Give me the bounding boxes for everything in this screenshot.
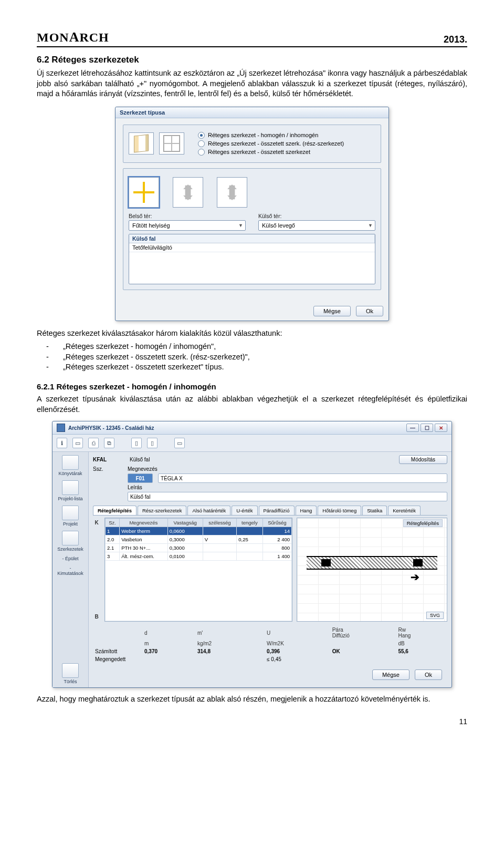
app-sidebar: Könyvtárak Projekt-lista Projekt Szerkez… — [52, 452, 89, 687]
sidebar-item-kimutatasok[interactable]: - Kimutatások — [56, 565, 85, 576]
radio-label: Réteges szerkezet - összetett szerk. (ré… — [208, 140, 344, 147]
radio-homogen[interactable]: Réteges szerkezet - homogén / inhomogén — [198, 132, 375, 139]
row-label: Számított — [93, 647, 142, 655]
paragraph: Réteges szerkezet kiválasztásakor három … — [37, 328, 467, 339]
tab-statika[interactable]: Statika — [362, 506, 387, 515]
arrow-left-icon[interactable]: ▯ — [131, 438, 142, 448]
cell: 0,396 — [265, 647, 330, 655]
orientation-vertical-up[interactable] — [217, 177, 247, 208]
cell: 0,3000 — [167, 544, 203, 552]
radio-osszetett[interactable]: Réteges szerkezet - összetett szerkezet — [198, 149, 375, 156]
label-ssz: Ssz. — [93, 466, 122, 472]
svg-button[interactable]: SVG — [426, 612, 444, 619]
tab-resz-szerkezetek[interactable]: Rész-szerkezetek — [138, 506, 187, 515]
paragraph: Új szerkezet létrehozásához kattintsunk … — [37, 68, 467, 99]
info-icon[interactable]: ℹ — [57, 438, 67, 448]
radio-osszetett-resz[interactable]: Réteges szerkezet - összetett szerk. (ré… — [198, 140, 375, 147]
cell: 800 — [262, 544, 292, 552]
tool-icon[interactable]: ▭ — [174, 438, 185, 448]
tab-paradiffuzio[interactable]: Páradiffúzió — [259, 506, 295, 515]
dropdown-value: Fűtött helyiség — [132, 222, 170, 229]
tab-u-ertek[interactable]: U-érték — [232, 506, 257, 515]
sidebar-item-label: - Épület — [62, 556, 78, 561]
ssz-value[interactable]: F01 — [128, 473, 153, 483]
cell: 2 400 — [262, 535, 292, 544]
flow-arrow-icon: ➔ — [411, 571, 419, 583]
orientation-horizontal[interactable] — [129, 177, 159, 208]
tab-hang[interactable]: Hang — [296, 506, 317, 515]
tab-also-hatarertek[interactable]: Alsó határérték — [187, 506, 230, 515]
app-icon — [57, 424, 65, 432]
dropdown-belso-ter[interactable]: Fűtött helyiség ▼ — [129, 220, 246, 231]
table-row[interactable]: 2.0 Vasbeton 0,3000 V 0,25 2 400 — [106, 535, 292, 544]
layer-table[interactable]: Sz. Megnevezés Vastagság szélesség tenge… — [104, 518, 292, 622]
dropdown-value: Külső levegő — [262, 222, 295, 229]
ok-button[interactable]: Ok — [415, 669, 442, 680]
doc-year: 2013. — [444, 34, 467, 45]
sidebar-item-szerkezetek[interactable]: Szerkezetek — [56, 531, 85, 552]
unit: W/m2K — [265, 640, 330, 647]
cell: 314,8 — [195, 647, 252, 655]
cell: 3 — [106, 552, 120, 561]
copy-icon[interactable]: ⧉ — [104, 438, 114, 448]
structure-type-list[interactable]: Külső fal Tetőfelülvilágító — [129, 234, 375, 284]
maximize-button[interactable]: ☐ — [421, 424, 433, 432]
col-tengely: tengely — [237, 519, 262, 527]
cell: 2.1 — [106, 544, 120, 552]
table-row[interactable]: 1 Weber therm 0,0600 14 — [106, 527, 292, 535]
col: m' — [195, 626, 252, 640]
modositas-button[interactable]: Módosítás — [399, 455, 447, 464]
dropdown-kulso-ter[interactable]: Külső levegő ▼ — [258, 220, 375, 231]
print-icon[interactable]: ⎙ — [88, 438, 99, 448]
sidebar-item-epulet[interactable]: - Épület — [56, 556, 85, 561]
unit: dB — [396, 640, 447, 647]
sidebar-item-projekt-lista[interactable]: Projekt-lista — [56, 480, 85, 501]
col-megnevezes: Megnevezés — [120, 519, 167, 527]
col-szelesseg: szélesség — [203, 519, 237, 527]
sidebar-item-projekt[interactable]: Projekt — [56, 506, 85, 527]
thumb-grid-icon[interactable] — [159, 132, 184, 154]
tab-retegfelepites[interactable]: Rétegfelépítés — [93, 506, 136, 515]
chevron-down-icon: ▼ — [238, 223, 243, 228]
cell: Ált. mész-cem. — [120, 552, 167, 561]
table-row[interactable]: 3 Ált. mész-cem. 0,0100 1 400 — [106, 552, 292, 561]
list-item[interactable]: Tetőfelülvilágító — [129, 243, 375, 252]
megnevezes-input[interactable]: TÉGLA X — [158, 473, 447, 483]
thumb-wall-icon[interactable] — [129, 132, 154, 154]
sidebar-item-label: Projekt-lista — [58, 496, 82, 501]
arrow-right-icon[interactable]: ▯ — [147, 438, 158, 448]
cell — [203, 552, 237, 561]
cell: 0,25 — [237, 535, 262, 544]
cell: 0,0100 — [167, 552, 203, 561]
cell: Weber therm — [120, 527, 167, 535]
cancel-button[interactable]: Mégse — [313, 306, 351, 316]
col-sz: Sz. — [106, 519, 120, 527]
ok-button[interactable]: Ok — [356, 306, 383, 316]
tab-hotarolo[interactable]: Hőtároló tömeg — [318, 506, 361, 515]
folder-open-icon[interactable]: ▭ — [72, 438, 83, 448]
close-button[interactable]: ✕ — [435, 424, 447, 432]
minimize-button[interactable]: — — [406, 424, 419, 432]
sidebar-item-torles[interactable]: Törlés — [56, 663, 85, 684]
sidebar-item-label: Törlés — [64, 679, 77, 684]
tab-keretertek[interactable]: Keretérték — [388, 506, 421, 515]
orientation-vertical-down[interactable] — [173, 177, 203, 208]
sidebar-item-label: Könyvtárak — [58, 471, 82, 476]
cancel-button[interactable]: Mégse — [372, 669, 410, 680]
app-archiphysik-window: ArchiPHYSIK - 12345 - Családi ház — ☐ ✕ … — [52, 421, 452, 688]
leiras-input[interactable]: Külső fal — [128, 492, 447, 501]
table-row[interactable]: 2.1 PTH 30 N+... 0,3000 800 — [106, 544, 292, 552]
col: d — [142, 626, 195, 640]
sidebar-item-konyvtarak[interactable]: Könyvtárak — [56, 455, 85, 476]
cell: V — [203, 535, 237, 544]
cell: 14 — [262, 527, 292, 535]
unit: kg/m2 — [195, 640, 252, 647]
cell: 0,0600 — [167, 527, 203, 535]
cell: PTH 30 N+... — [120, 544, 167, 552]
subsection-heading: 6.2.1 Réteges szerkezet - homogén / inho… — [37, 382, 467, 391]
cell: 1 — [106, 527, 120, 535]
cell: 55,6 — [396, 647, 447, 655]
unit: m — [142, 640, 195, 647]
col: Pára Diffúzió — [330, 626, 396, 640]
cell — [203, 527, 237, 535]
